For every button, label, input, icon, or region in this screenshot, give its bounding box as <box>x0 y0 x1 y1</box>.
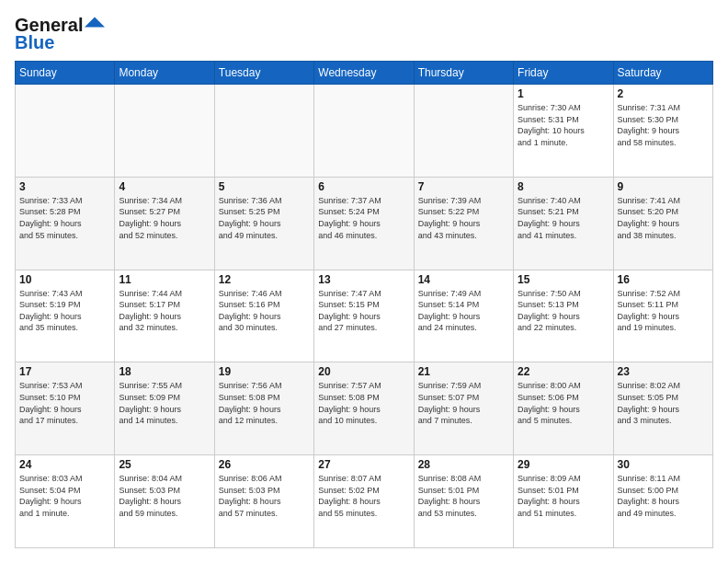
day-info: Sunrise: 8:03 AM Sunset: 5:04 PM Dayligh… <box>19 473 110 519</box>
calendar-cell: 2Sunrise: 7:31 AM Sunset: 5:30 PM Daylig… <box>613 85 712 178</box>
calendar-cell: 3Sunrise: 7:33 AM Sunset: 5:28 PM Daylig… <box>16 177 115 270</box>
day-info: Sunrise: 8:00 AM Sunset: 5:06 PM Dayligh… <box>518 380 609 426</box>
day-info: Sunrise: 7:56 AM Sunset: 5:08 PM Dayligh… <box>219 380 310 426</box>
day-info: Sunrise: 7:40 AM Sunset: 5:21 PM Dayligh… <box>518 195 609 241</box>
calendar-cell: 20Sunrise: 7:57 AM Sunset: 5:08 PM Dayli… <box>314 362 414 455</box>
day-info: Sunrise: 8:09 AM Sunset: 5:01 PM Dayligh… <box>518 473 609 519</box>
weekday-header-sunday: Sunday <box>16 62 115 85</box>
day-number: 18 <box>119 365 210 378</box>
week-row-5: 24Sunrise: 8:03 AM Sunset: 5:04 PM Dayli… <box>16 455 713 548</box>
day-number: 16 <box>618 273 709 286</box>
day-info: Sunrise: 8:07 AM Sunset: 5:02 PM Dayligh… <box>318 473 409 519</box>
calendar-cell: 24Sunrise: 8:03 AM Sunset: 5:04 PM Dayli… <box>16 455 115 548</box>
weekday-header-friday: Friday <box>514 62 613 85</box>
day-info: Sunrise: 8:08 AM Sunset: 5:01 PM Dayligh… <box>418 473 509 519</box>
day-number: 10 <box>19 273 110 286</box>
day-number: 3 <box>19 180 110 193</box>
weekday-header-thursday: Thursday <box>414 62 513 85</box>
day-info: Sunrise: 7:59 AM Sunset: 5:07 PM Dayligh… <box>418 380 509 426</box>
calendar-cell: 28Sunrise: 8:08 AM Sunset: 5:01 PM Dayli… <box>414 455 513 548</box>
day-number: 19 <box>219 365 310 378</box>
day-info: Sunrise: 7:36 AM Sunset: 5:25 PM Dayligh… <box>219 195 310 241</box>
day-number: 5 <box>219 180 310 193</box>
weekday-header-saturday: Saturday <box>613 62 712 85</box>
calendar-cell: 8Sunrise: 7:40 AM Sunset: 5:21 PM Daylig… <box>514 177 613 270</box>
logo: General Blue <box>15 15 105 53</box>
day-number: 23 <box>618 365 709 378</box>
calendar-cell: 26Sunrise: 8:06 AM Sunset: 5:03 PM Dayli… <box>214 455 313 548</box>
day-info: Sunrise: 7:31 AM Sunset: 5:30 PM Dayligh… <box>618 102 709 148</box>
day-info: Sunrise: 7:30 AM Sunset: 5:31 PM Dayligh… <box>518 102 609 148</box>
calendar-cell <box>414 85 513 178</box>
day-number: 6 <box>318 180 409 193</box>
day-number: 17 <box>19 365 110 378</box>
calendar-cell <box>16 85 115 178</box>
day-number: 8 <box>518 180 609 193</box>
day-info: Sunrise: 7:52 AM Sunset: 5:11 PM Dayligh… <box>618 288 709 334</box>
calendar-cell: 30Sunrise: 8:11 AM Sunset: 5:00 PM Dayli… <box>613 455 712 548</box>
day-number: 25 <box>119 458 210 471</box>
weekday-header-wednesday: Wednesday <box>314 62 414 85</box>
header: General Blue <box>15 15 713 53</box>
day-info: Sunrise: 7:53 AM Sunset: 5:10 PM Dayligh… <box>19 380 110 426</box>
weekday-header-monday: Monday <box>115 62 214 85</box>
day-info: Sunrise: 7:43 AM Sunset: 5:19 PM Dayligh… <box>19 288 110 334</box>
calendar-cell: 18Sunrise: 7:55 AM Sunset: 5:09 PM Dayli… <box>115 362 214 455</box>
logo-blue: Blue <box>15 32 54 53</box>
calendar-cell: 16Sunrise: 7:52 AM Sunset: 5:11 PM Dayli… <box>613 270 712 362</box>
day-number: 13 <box>318 273 409 286</box>
week-row-4: 17Sunrise: 7:53 AM Sunset: 5:10 PM Dayli… <box>16 362 713 455</box>
day-info: Sunrise: 8:02 AM Sunset: 5:05 PM Dayligh… <box>618 380 709 426</box>
calendar-cell: 5Sunrise: 7:36 AM Sunset: 5:25 PM Daylig… <box>214 177 313 270</box>
day-number: 7 <box>418 180 509 193</box>
week-row-2: 3Sunrise: 7:33 AM Sunset: 5:28 PM Daylig… <box>16 177 713 270</box>
day-number: 26 <box>219 458 310 471</box>
logo-icon <box>85 16 105 29</box>
day-info: Sunrise: 7:57 AM Sunset: 5:08 PM Dayligh… <box>318 380 409 426</box>
day-info: Sunrise: 8:04 AM Sunset: 5:03 PM Dayligh… <box>119 473 210 519</box>
calendar-cell: 29Sunrise: 8:09 AM Sunset: 5:01 PM Dayli… <box>514 455 613 548</box>
day-number: 29 <box>518 458 609 471</box>
day-info: Sunrise: 7:50 AM Sunset: 5:13 PM Dayligh… <box>518 288 609 334</box>
day-number: 4 <box>119 180 210 193</box>
day-info: Sunrise: 7:33 AM Sunset: 5:28 PM Dayligh… <box>19 195 110 241</box>
day-info: Sunrise: 8:11 AM Sunset: 5:00 PM Dayligh… <box>618 473 709 519</box>
day-number: 24 <box>19 458 110 471</box>
calendar-cell: 6Sunrise: 7:37 AM Sunset: 5:24 PM Daylig… <box>314 177 414 270</box>
calendar-cell: 7Sunrise: 7:39 AM Sunset: 5:22 PM Daylig… <box>414 177 513 270</box>
day-number: 11 <box>119 273 210 286</box>
calendar-cell: 1Sunrise: 7:30 AM Sunset: 5:31 PM Daylig… <box>514 85 613 178</box>
day-number: 12 <box>219 273 310 286</box>
calendar-cell: 4Sunrise: 7:34 AM Sunset: 5:27 PM Daylig… <box>115 177 214 270</box>
day-info: Sunrise: 7:39 AM Sunset: 5:22 PM Dayligh… <box>418 195 509 241</box>
calendar-cell: 23Sunrise: 8:02 AM Sunset: 5:05 PM Dayli… <box>613 362 712 455</box>
day-number: 21 <box>418 365 509 378</box>
svg-marker-0 <box>85 17 105 27</box>
weekday-header-row: SundayMondayTuesdayWednesdayThursdayFrid… <box>16 62 713 85</box>
day-number: 9 <box>618 180 709 193</box>
weekday-header-tuesday: Tuesday <box>214 62 313 85</box>
day-number: 30 <box>618 458 709 471</box>
day-info: Sunrise: 7:41 AM Sunset: 5:20 PM Dayligh… <box>618 195 709 241</box>
day-number: 1 <box>518 87 609 100</box>
calendar-cell <box>214 85 313 178</box>
week-row-1: 1Sunrise: 7:30 AM Sunset: 5:31 PM Daylig… <box>16 85 713 178</box>
calendar: SundayMondayTuesdayWednesdayThursdayFrid… <box>15 61 713 548</box>
calendar-cell: 19Sunrise: 7:56 AM Sunset: 5:08 PM Dayli… <box>214 362 313 455</box>
calendar-cell: 15Sunrise: 7:50 AM Sunset: 5:13 PM Dayli… <box>514 270 613 362</box>
day-number: 22 <box>518 365 609 378</box>
calendar-cell: 21Sunrise: 7:59 AM Sunset: 5:07 PM Dayli… <box>414 362 513 455</box>
calendar-cell: 11Sunrise: 7:44 AM Sunset: 5:17 PM Dayli… <box>115 270 214 362</box>
day-info: Sunrise: 8:06 AM Sunset: 5:03 PM Dayligh… <box>219 473 310 519</box>
calendar-cell <box>314 85 414 178</box>
day-info: Sunrise: 7:46 AM Sunset: 5:16 PM Dayligh… <box>219 288 310 334</box>
day-number: 15 <box>518 273 609 286</box>
day-number: 20 <box>318 365 409 378</box>
day-number: 2 <box>618 87 709 100</box>
calendar-cell <box>115 85 214 178</box>
day-number: 27 <box>318 458 409 471</box>
day-info: Sunrise: 7:55 AM Sunset: 5:09 PM Dayligh… <box>119 380 210 426</box>
day-info: Sunrise: 7:37 AM Sunset: 5:24 PM Dayligh… <box>318 195 409 241</box>
calendar-cell: 22Sunrise: 8:00 AM Sunset: 5:06 PM Dayli… <box>514 362 613 455</box>
day-info: Sunrise: 7:49 AM Sunset: 5:14 PM Dayligh… <box>418 288 509 334</box>
